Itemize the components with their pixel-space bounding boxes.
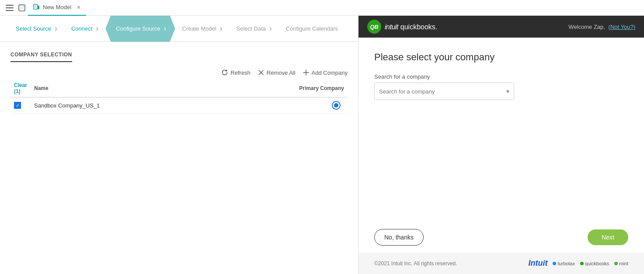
wizard-step-connect[interactable]: Connect › <box>64 16 105 42</box>
qb-header: QB intuit quickbooks. Welcome Zap, (Not … <box>359 16 644 38</box>
svg-rect-1 <box>6 7 14 8</box>
app-container: 📄 New Model ✕ Select Source › <box>0 0 644 274</box>
wizard-step-select-data[interactable]: Select Data › <box>230 16 279 42</box>
qb-logo-wordmark: intuit quickbooks. <box>385 22 437 31</box>
step-configure-calendars-label: Configure Calendars <box>286 25 338 32</box>
right-panel: QB intuit quickbooks. Welcome Zap, (Not … <box>359 16 644 274</box>
left-content: COMPANY SELECTION Refresh <box>0 42 358 274</box>
step-create-model-label: Create Model <box>182 25 216 32</box>
intuit-icon: QB <box>369 21 379 32</box>
qb-page-title: Please select your company <box>374 52 628 63</box>
wizard-step-configure-calendars[interactable]: Configure Calendars <box>279 16 345 42</box>
not-you-link[interactable]: (Not You?) <box>609 24 635 30</box>
footer-logos: Intuit turbotax quickbooks mint <box>528 259 628 268</box>
new-tab-button[interactable]: 📄 <box>16 2 28 14</box>
clear-link[interactable]: Clear (1) <box>14 82 27 94</box>
svg-text:📄: 📄 <box>19 5 25 11</box>
remove-all-label: Remove All <box>267 69 296 76</box>
company-table: Clear (1) Name Primary Company ✓ <box>10 80 348 114</box>
add-company-button[interactable]: Add Company <box>303 69 348 76</box>
company-name-cell: Sandbox Company_US_1 <box>31 97 216 114</box>
copyright-text: ©2021 Intuit Inc. All rights reserved. <box>374 260 457 267</box>
next-button[interactable]: Next <box>588 229 628 245</box>
checkmark-icon: ✓ <box>16 103 20 108</box>
primary-radio[interactable] <box>332 101 341 110</box>
add-company-icon <box>303 69 310 76</box>
wizard-step-configure-source[interactable]: Configure Source › <box>105 16 175 42</box>
company-toolbar: Refresh Remove All A <box>10 69 348 76</box>
svg-rect-8 <box>38 6 39 9</box>
refresh-button[interactable]: Refresh <box>221 69 251 76</box>
wizard-step-create-model[interactable]: Create Model › <box>175 16 230 42</box>
wizard-step-select-source[interactable]: Select Source › <box>9 16 64 42</box>
qb-intuit-text: intuit <box>385 23 398 31</box>
qb-actions: No, thanks Next <box>359 222 644 253</box>
search-label: Search for a company <box>374 73 628 80</box>
remove-all-button[interactable]: Remove All <box>258 69 296 76</box>
intuit-footer-logo: Intuit <box>528 259 547 268</box>
tab-bar: 📄 New Model ✕ <box>0 0 644 16</box>
step-configure-source-label: Configure Source <box>116 25 160 32</box>
qb-body: Please select your company Search for a … <box>359 38 644 222</box>
section-title: COMPANY SELECTION <box>10 52 72 62</box>
model-icon <box>33 4 40 11</box>
step-select-source-label: Select Source <box>16 25 51 32</box>
qb-dot-icon <box>580 262 584 265</box>
add-company-label: Add Company <box>312 69 348 76</box>
turbotax-logo: turbotax <box>553 261 575 266</box>
qb-logo-icon: QB <box>367 20 381 34</box>
tab-label: New Model <box>43 4 71 10</box>
svg-rect-7 <box>35 7 36 7</box>
no-thanks-button[interactable]: No, thanks <box>374 229 424 246</box>
turbotax-dot-icon <box>553 262 556 265</box>
quickbooks-footer-logo: quickbooks <box>580 261 609 266</box>
svg-rect-2 <box>6 10 14 11</box>
wizard-nav: Select Source › Connect › Configure Sour… <box>0 16 358 42</box>
search-box: ▾ <box>374 83 514 100</box>
primary-radio-cell <box>216 97 348 114</box>
left-panel: Select Source › Connect › Configure Sour… <box>0 16 359 274</box>
col-primary-header: Primary Company <box>216 80 348 97</box>
hamburger-button[interactable] <box>3 2 16 14</box>
tab-new-model[interactable]: New Model ✕ <box>28 0 86 16</box>
step-connect-label: Connect <box>71 25 92 32</box>
tab-close-button[interactable]: ✕ <box>77 4 81 10</box>
svg-rect-6 <box>35 6 36 6</box>
company-search-input[interactable] <box>379 88 506 95</box>
step-select-data-label: Select Data <box>237 25 266 32</box>
qb-brand-text: quickbooks. <box>400 23 438 31</box>
qb-logo: QB intuit quickbooks. <box>367 20 437 34</box>
col-name-header: Name <box>31 80 216 97</box>
refresh-label: Refresh <box>230 69 251 76</box>
remove-all-icon <box>258 69 265 76</box>
row-checkbox[interactable]: ✓ <box>14 102 21 109</box>
table-row: ✓ Sandbox Company_US_1 <box>10 97 348 114</box>
svg-rect-0 <box>6 5 14 6</box>
svg-rect-5 <box>34 4 38 9</box>
qb-footer: ©2021 Intuit Inc. All rights reserved. I… <box>359 253 644 274</box>
search-chevron-icon[interactable]: ▾ <box>506 88 509 95</box>
mint-dot-icon <box>614 262 618 265</box>
mint-logo: mint <box>614 261 628 266</box>
refresh-icon <box>221 69 228 76</box>
welcome-text: Welcome Zap, <box>568 24 605 30</box>
content-area: Select Source › Connect › Configure Sour… <box>0 16 644 274</box>
radio-selected-indicator <box>334 103 338 108</box>
svg-text:QB: QB <box>370 24 379 30</box>
qb-welcome: Welcome Zap, (Not You?) <box>568 24 635 30</box>
